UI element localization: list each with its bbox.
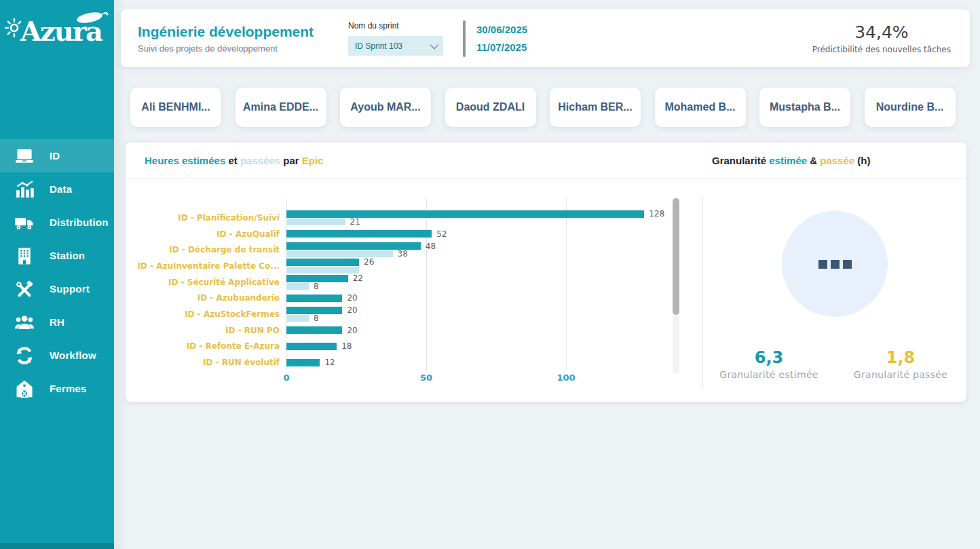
header-divider [463,20,466,57]
bar-category-label: ID - Refonte E-Azura [126,341,286,351]
bar-row: ID - Planification/Suivi12821 [126,210,702,226]
bar-estimated[interactable] [286,210,644,218]
bar-passed[interactable] [286,315,309,322]
granularity-passed-value: 1,8 [835,348,966,367]
person-filter-button[interactable]: Daoud ZDALI [445,88,536,127]
bar-value-label: 18 [341,341,352,351]
bar-passed[interactable] [286,283,309,290]
bar-row: ID - RUN PO20 [126,322,702,339]
bar-row: ID - AzuInventaire Palette Co...26 [126,258,702,274]
bar-chart-region: ID - Planification/Suivi12821ID - AzuQua… [126,178,702,401]
bar-category-label: ID - RUN PO [126,326,286,335]
sidebar-item-label: Support [50,283,90,295]
bar-value-label: 12 [324,358,335,367]
bar-estimated[interactable] [286,326,342,334]
title-segment: & [807,155,820,166]
header-card: Ingénierie développement Suivi des proje… [121,10,970,67]
sidebar-item-distribution[interactable]: Distribution [0,206,114,239]
sidebar-item-workflow[interactable]: Workflow [0,339,114,372]
chart-card: Heures estimées et passées par Epic Gran… [126,143,966,402]
bar-value-label: 20 [347,326,357,335]
laptop-icon [14,146,35,166]
predictability-kpi: 34,4% Prédictibilité des nouvelles tâche… [812,22,970,54]
bar-row: ID - Décharge de transit4838 [126,242,702,258]
person-filter-button[interactable]: Mustapha B... [759,88,850,127]
sidebar-item-label: Distribution [50,216,109,228]
sprint-filter-block: Nom du sprint ID Sprint 103 [348,21,460,56]
title-segment: Heures estimées [145,155,225,166]
title-segment: et [225,155,240,166]
sidebar-item-label: Workflow [50,349,96,361]
sprint-filter-label: Nom du sprint [348,21,460,31]
bar-chart-plot: ID - Planification/Suivi12821ID - AzuQua… [126,210,702,371]
bar-passed[interactable] [286,250,393,257]
title-segment: passée [820,155,854,166]
page-heading-block: Ingénierie développement Suivi des proje… [121,24,348,54]
bar-category-label: ID - Décharge de transit [126,245,286,254]
granularity-estimated-label: Granularité estimée [703,369,835,380]
bar-value-label: 20 [347,305,357,315]
granularity-estimated-block: 6,3 Granularité estimée [703,348,835,380]
people-filter-row: Ali BENHMI...Amina EDDE...Ayoub MAR...Da… [130,88,956,127]
bar-row: ID - Refonte E-Azura18 [126,339,702,355]
bar-estimated[interactable] [286,359,320,366]
app-logo: Azura [0,0,114,64]
sidebar-item-station[interactable]: Station [0,239,114,272]
bar-row: ID - AzuQualif52 [126,226,702,242]
bar-passed[interactable] [286,267,359,273]
sidebar: Azura IDDataDistributionStationSupportRH… [0,0,114,549]
title-segment: Epic [302,155,324,166]
person-filter-button[interactable]: Nourdine B... [865,88,956,127]
person-filter-button[interactable]: Amina EDDE... [235,88,326,127]
sidebar-item-support[interactable]: Support [0,272,114,305]
sidebar-item-id[interactable]: ID [0,139,114,172]
person-filter-button[interactable]: Mohamed B... [655,88,746,127]
bar-value-label: 26 [364,257,374,267]
ellipsis-icon [831,260,840,269]
x-axis-tick: 0 [283,373,289,383]
bar-value-label: 52 [436,229,447,239]
ellipsis-icon [843,260,852,269]
bar-row: ID - AzuStockFermes208 [126,306,702,322]
granularity-kpis: 6,3 Granularité estimée 1,8 Granularité … [703,348,966,380]
person-filter-button[interactable]: Ali BENHMI... [130,88,221,127]
granularity-bubble[interactable] [782,211,888,317]
bar-row: ID - Sécurité Applicative228 [126,274,702,290]
granularity-passed-label: Granularité passée [835,369,966,380]
bar-row: ID - Azubuanderie20 [126,290,702,306]
sidebar-item-data[interactable]: Data [0,172,114,206]
bar-category-label: ID - Sécurité Applicative [126,278,286,287]
person-filter-button[interactable]: Ayoub MAR... [340,88,431,127]
sidebar-item-label: Data [50,183,72,195]
chart-body: ID - Planification/Suivi12821ID - AzuQua… [126,178,966,401]
sprint-dates: 30/06/2025 11/07/2025 [476,24,527,53]
bar-estimated[interactable] [286,230,432,238]
title-segment: par [280,155,302,166]
ellipsis-icon [818,260,827,269]
sidebar-item-rh[interactable]: RH [0,305,114,339]
bar-value-label: 48 [426,242,436,251]
bar-row: ID - RUN évolutif12 [126,354,702,371]
workflow-icon [14,345,35,366]
x-axis: 050100 [126,373,702,386]
bar-category-label: ID - AzuInventaire Palette Co... [126,261,286,271]
person-filter-button[interactable]: Hicham BER... [550,88,641,127]
sidebar-item-label: Station [50,250,85,261]
title-segment: passées [240,155,280,166]
bar-chart-icon [14,179,35,200]
sidebar-bottom-strip [0,543,114,549]
title-segment: estimée [769,155,807,166]
sidebar-menu: IDDataDistributionStationSupportRHWorkfl… [0,139,114,405]
bar-passed[interactable] [286,219,345,225]
predictability-value: 34,4% [812,22,951,42]
bar-estimated[interactable] [286,295,342,302]
bar-estimated[interactable] [286,343,337,350]
leaf-icon [75,8,110,26]
title-segment: (h) [854,155,870,166]
sprint-dropdown[interactable]: ID Sprint 103 [348,36,443,56]
bar-value-label: 22 [353,273,363,283]
bar-category-label: ID - Planification/Suivi [126,213,286,223]
main-content: Ingénierie développement Suivi des proje… [114,0,980,549]
bar-estimated[interactable] [286,259,359,266]
sidebar-item-fermes[interactable]: Fermes [0,372,114,405]
